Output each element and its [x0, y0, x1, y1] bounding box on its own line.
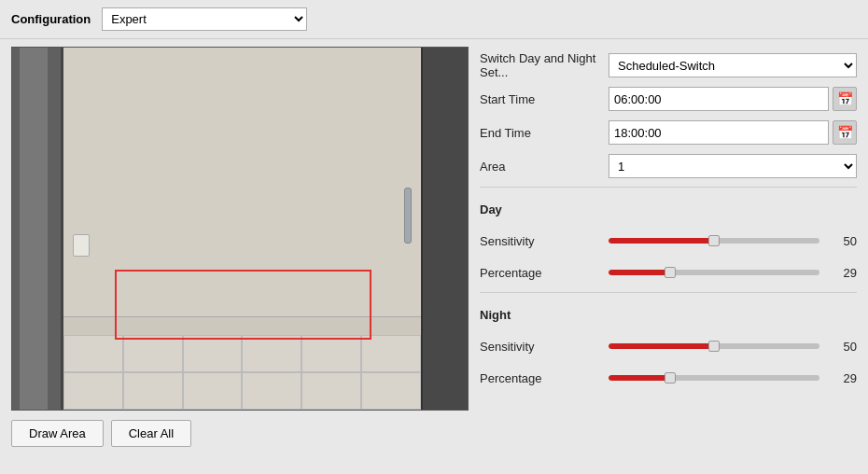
start-time-label: Start Time: [480, 92, 601, 106]
door-left-inner: [20, 48, 48, 410]
start-time-input[interactable]: [609, 87, 829, 111]
switch-day-night-label: Switch Day and Night Set...: [480, 51, 601, 79]
area-select[interactable]: 1234: [609, 154, 857, 178]
camera-panel: Draw Area Clear All: [11, 47, 469, 467]
door-left: [12, 48, 63, 410]
content-area: Draw Area Clear All Switch Day and Night…: [0, 39, 868, 474]
area-label: Area: [480, 160, 601, 174]
day-percentage-label: Percentage: [480, 266, 601, 280]
end-time-input[interactable]: [609, 120, 829, 145]
night-percentage-label: Percentage: [480, 371, 601, 385]
door-right: [421, 48, 468, 410]
day-sensitivity-label: Sensitivity: [480, 234, 601, 248]
tile: [183, 335, 243, 372]
tile: [123, 372, 183, 410]
end-time-label: End Time: [480, 126, 601, 140]
switch-day-night-row: Switch Day and Night Set... Scheduled-Sw…: [480, 50, 857, 80]
night-percentage-slider-container: [609, 369, 819, 386]
end-time-calendar-button[interactable]: 📅: [833, 120, 857, 145]
day-sensitivity-slider-container: [609, 232, 819, 249]
switch-day-night-select[interactable]: Scheduled-SwitchAuto-SwitchDayNight: [609, 53, 857, 77]
tile: [63, 372, 123, 410]
night-sensitivity-label: Sensitivity: [480, 340, 601, 354]
camera-controls: Draw Area Clear All: [11, 411, 469, 447]
tile: [301, 335, 361, 372]
tile: [123, 335, 183, 372]
tile: [301, 372, 361, 410]
night-section-title: Night: [480, 304, 511, 324]
end-time-row: End Time 📅: [480, 118, 857, 147]
night-section-row: Night: [480, 299, 857, 328]
divider-2: [480, 292, 857, 293]
clear-all-button[interactable]: Clear All: [111, 420, 191, 447]
night-sensitivity-fill: [609, 343, 714, 349]
divider-1: [480, 187, 857, 188]
tile: [361, 335, 421, 372]
night-sensitivity-thumb[interactable]: [708, 341, 720, 352]
configuration-label: Configuration: [11, 12, 91, 26]
tile: [63, 335, 123, 372]
door-handle: [404, 188, 412, 244]
calendar-icon: 📅: [837, 91, 853, 106]
day-percentage-thumb[interactable]: [665, 267, 676, 278]
day-section-row: Day: [480, 193, 857, 223]
day-section-title: Day: [480, 199, 502, 218]
night-percentage-fill: [609, 375, 670, 381]
draw-area-button[interactable]: Draw Area: [11, 420, 104, 447]
night-percentage-value: 29: [827, 371, 857, 385]
floor-tiles: [63, 335, 421, 410]
day-sensitivity-fill: [609, 238, 714, 244]
end-time-wrapper: 📅: [609, 120, 857, 145]
day-sensitivity-thumb[interactable]: [708, 235, 720, 246]
tile: [242, 335, 301, 372]
start-time-row: Start Time 📅: [480, 84, 857, 114]
start-time-calendar-button[interactable]: 📅: [833, 87, 857, 111]
configuration-select[interactable]: ExpertBasic: [102, 7, 307, 31]
tile: [242, 372, 301, 410]
area-row: Area 1234: [480, 151, 857, 181]
day-percentage-value: 29: [827, 266, 857, 280]
settings-panel: Switch Day and Night Set... Scheduled-Sw…: [480, 47, 857, 467]
day-sensitivity-value: 50: [827, 234, 857, 248]
tile: [183, 372, 243, 410]
day-sensitivity-row: Sensitivity 50: [480, 227, 857, 255]
night-sensitivity-slider-container: [609, 338, 819, 355]
start-time-wrapper: 📅: [609, 87, 857, 111]
calendar-icon: 📅: [837, 125, 853, 140]
selection-rectangle: [115, 270, 371, 340]
tile: [361, 372, 421, 410]
main-container: Configuration ExpertBasic: [0, 0, 868, 474]
night-sensitivity-value: 50: [827, 340, 857, 354]
day-percentage-fill: [609, 270, 670, 275]
night-percentage-row: Percentage 29: [480, 364, 857, 392]
header-bar: Configuration ExpertBasic: [0, 0, 868, 39]
day-percentage-track: [609, 270, 819, 275]
night-percentage-track: [609, 375, 819, 381]
wall-switch: [73, 234, 90, 257]
night-percentage-thumb[interactable]: [665, 372, 676, 383]
day-percentage-slider-container: [609, 264, 819, 281]
camera-view: [11, 47, 469, 411]
night-sensitivity-row: Sensitivity 50: [480, 332, 857, 360]
day-percentage-row: Percentage 29: [480, 258, 857, 286]
